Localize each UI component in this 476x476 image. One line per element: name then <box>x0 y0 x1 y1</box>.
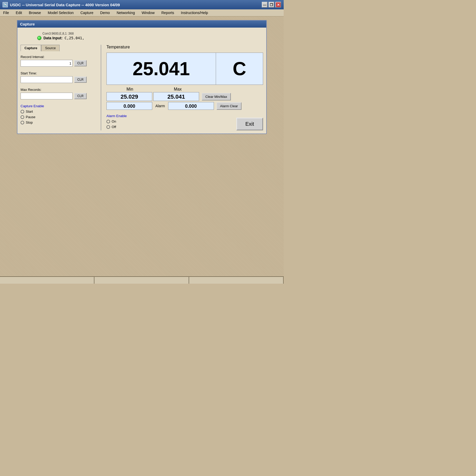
tab-capture[interactable]: Capture <box>21 45 41 51</box>
app-title: USDC -- Universal Serial Data Capture --… <box>10 3 120 7</box>
capture-stop-label: Stop <box>26 120 33 124</box>
capture-window-title: Capture <box>17 21 266 28</box>
menu-edit[interactable]: Edit <box>15 10 23 15</box>
menu-reports[interactable]: Reports <box>160 10 175 15</box>
alarm-label: Alarm <box>155 104 165 108</box>
start-time-label: Start Time: <box>21 71 97 75</box>
alarm-off-circle[interactable] <box>106 125 110 129</box>
menu-model-selection[interactable]: Model Selection <box>47 10 75 15</box>
alarm-on-radio[interactable]: On <box>106 119 127 123</box>
bottom-area: Alarm Enable On Off Exit <box>106 114 263 130</box>
alarm-clear-button[interactable]: Alarm Clear <box>217 102 242 110</box>
menu-instructions-help[interactable]: Instructions/Help <box>180 10 209 15</box>
title-bar: 📡 USDC -- Universal Serial Data Capture … <box>0 0 284 9</box>
title-controls: — ❐ ✕ <box>262 2 281 8</box>
capture-content: Com3:9600,E,8,1 :368 Data Input: C,25.04… <box>17 28 266 134</box>
capture-stop-radio[interactable]: Stop <box>21 120 97 124</box>
alarm-off-label: Off <box>112 125 116 129</box>
max-records-label: Max Records: <box>21 88 97 92</box>
close-button[interactable]: ✕ <box>275 2 281 8</box>
capture-start-label: Start <box>26 110 33 113</box>
minmax-labels: Min Max <box>106 87 263 92</box>
record-interval-row: CLR <box>21 60 97 67</box>
capture-pause-label: Pause <box>26 115 35 119</box>
status-indicator <box>37 36 41 40</box>
record-interval-label: Record Interval: <box>21 55 97 59</box>
capture-pause-radio[interactable]: Pause <box>21 115 97 119</box>
status-pane-3 <box>189 277 284 284</box>
menu-browse[interactable]: Browse <box>28 10 42 15</box>
main-display: 25.041 C <box>106 53 263 85</box>
status-value: C,25.041, <box>65 36 84 40</box>
menu-demo[interactable]: Demo <box>99 10 111 15</box>
capture-stop-circle[interactable] <box>21 121 24 124</box>
min-value: 25.029 <box>106 92 152 101</box>
start-time-row: CLR <box>21 76 97 83</box>
alarm-row: 0.000 Alarm 0.000 Alarm Clear <box>106 102 263 110</box>
app-icon: 📡 <box>3 2 8 7</box>
left-panel: Capture Source Record Interval: CLR Star… <box>21 45 101 130</box>
alarm-max-value: 0.000 <box>168 102 214 110</box>
status-label: Data Input: <box>43 36 62 40</box>
com-info: Com3:9600,E,8,1 :368 <box>42 32 74 35</box>
menu-file[interactable]: File <box>2 10 10 15</box>
minmax-values-row: 25.029 25.041 Clear Min/Max <box>106 92 263 101</box>
title-bar-left: 📡 USDC -- Universal Serial Data Capture … <box>3 2 120 7</box>
alarm-min-value: 0.000 <box>106 102 152 110</box>
capture-pause-circle[interactable] <box>21 115 24 119</box>
exit-button[interactable]: Exit <box>236 118 263 130</box>
status-pane-2 <box>94 277 189 284</box>
restore-button[interactable]: ❐ <box>269 2 274 8</box>
start-time-group: Start Time: CLR <box>21 71 97 83</box>
menu-networking[interactable]: Networking <box>116 10 136 15</box>
menu-capture[interactable]: Capture <box>79 10 94 15</box>
max-records-input[interactable] <box>21 93 73 99</box>
alarm-on-circle[interactable] <box>106 120 110 123</box>
capture-window: Capture Com3:9600,E,8,1 :368 Data Input:… <box>17 20 267 134</box>
clear-minmax-button[interactable]: Clear Min/Max <box>202 93 231 100</box>
section-title: Temperature <box>106 45 263 49</box>
alarm-enable-title: Alarm Enable <box>106 114 127 118</box>
two-col-layout: Capture Source Record Interval: CLR Star… <box>21 45 263 130</box>
capture-start-radio[interactable]: Start <box>21 110 97 113</box>
start-time-clr-button[interactable]: CLR <box>74 77 87 83</box>
tab-source[interactable]: Source <box>41 45 60 51</box>
menu-bar: File Edit Browse Model Selection Capture… <box>0 9 284 16</box>
max-records-group: Max Records: CLR <box>21 88 97 99</box>
max-value: 25.041 <box>153 92 199 101</box>
capture-enable-title: Capture Enable <box>21 104 97 108</box>
max-records-clr-button[interactable]: CLR <box>74 93 87 99</box>
start-time-input[interactable] <box>21 76 73 83</box>
bottom-status-bar <box>0 276 284 284</box>
max-records-row: CLR <box>21 93 97 99</box>
unit-display: C <box>216 53 263 85</box>
right-panel: Temperature 25.041 C Min Max 25.029 2 <box>101 45 263 130</box>
status-pane-1 <box>0 277 94 284</box>
main-area: Capture Com3:9600,E,8,1 :368 Data Input:… <box>0 16 284 282</box>
max-label: Max <box>154 87 201 92</box>
alarm-enable-group: Alarm Enable On Off <box>106 114 127 130</box>
record-interval-input[interactable] <box>21 60 73 67</box>
record-interval-clr-button[interactable]: CLR <box>74 60 87 66</box>
capture-enable-group: Capture Enable Start Pause Stop <box>21 104 97 124</box>
status-row: Com3:9600,E,8,1 :368 Data Input: C,25.04… <box>21 31 263 41</box>
min-label: Min <box>106 87 153 92</box>
menu-window[interactable]: Window <box>141 10 156 15</box>
record-interval-group: Record Interval: CLR <box>21 55 97 67</box>
alarm-off-radio[interactable]: Off <box>106 125 127 129</box>
tabs: Capture Source <box>21 45 97 51</box>
main-value-display: 25.041 <box>107 53 216 85</box>
minimize-button[interactable]: — <box>262 2 268 8</box>
alarm-on-label: On <box>112 119 116 123</box>
capture-start-circle[interactable] <box>21 110 24 113</box>
